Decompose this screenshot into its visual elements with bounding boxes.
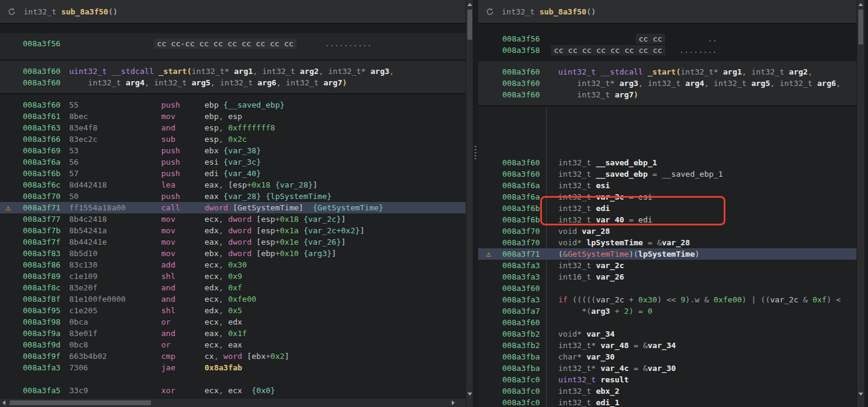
refresh-icon[interactable] (485, 7, 494, 16)
code-token: ecx (205, 295, 218, 304)
code-token: () (108, 7, 118, 16)
hlil-row[interactable]: 008a3fc0int32_t edi_1 (478, 397, 857, 407)
code-token: result (600, 375, 629, 384)
hlil-row[interactable]: 008a3fb2int32_t* var_48 = &var_34 (478, 340, 857, 351)
hlil-row[interactable]: 008a3fa3if (((((var_2c + 0x30) << 9).w &… (478, 294, 857, 305)
scroll-up-arrow-icon[interactable] (467, 3, 472, 6)
hlil-row[interactable]: 008a3fc0uint32_t result (478, 374, 857, 385)
code-token: var_48 (600, 341, 629, 350)
disasm-row[interactable]: 008a3f9d0bc8orecx, eax (0, 339, 466, 350)
instruction-bytes: 8d442418 (69, 179, 161, 191)
right-vscroll-thumb[interactable] (858, 10, 863, 44)
code-token: 0x8a3fab (205, 363, 242, 372)
hlil-row[interactable]: 008a3f6bint32_t var_40 = edi (478, 214, 857, 225)
disasm-row[interactable]: 008a3f6b57pushedi {var_40} (0, 168, 466, 179)
disasm-row[interactable]: 008a3f980bcaorecx, edx (0, 316, 466, 328)
signature-row[interactable]: 008a3f60 int32_t arg4, int32_t arg5, int… (0, 77, 466, 88)
right-padding-bytes-rows[interactable]: 008a3f56 cc cc ..008a3f58 cc cc cc cc cc… (478, 33, 857, 56)
code-token: *( (558, 307, 591, 316)
decompiler-pane: int32_t sub_8a3f50() 008a3f56 cc cc ..00… (478, 0, 857, 407)
hlil-row[interactable]: 008a3f60 (478, 317, 857, 328)
hlil-row[interactable]: 008a3fa7 *(arg3 + 2) = 0 (478, 305, 857, 317)
code-token: & (798, 295, 812, 304)
disasm-row[interactable]: 008a3f6a56pushesi {var_3c} (0, 156, 466, 168)
hlil-row[interactable]: 008a3f60 (478, 283, 857, 294)
disasm-row[interactable]: 008a3f6683ec2csubesp, 0x2c (0, 133, 466, 145)
disasm-row[interactable]: 008a3f8f81e100fe0000andecx, 0xfe00 (0, 293, 466, 305)
hlil-row[interactable]: 008a3f6bint32_t edi (478, 203, 857, 214)
disasm-row[interactable]: 008a3f6c8d442418leaeax, [esp+0x18 {var_2… (0, 179, 466, 191)
hlil-row[interactable]: 008a3fbaint32_t* var_4c = &var_30 (478, 363, 857, 374)
address: 008a3f9f (23, 350, 69, 362)
disasm-row[interactable]: 008a3f6953pushebx {var_38} (0, 145, 466, 156)
signature-row[interactable]: 008a3f60uint32_t __stdcall _start(int32_… (478, 66, 857, 78)
code-token: 0x18 (251, 180, 270, 189)
code-token: esi (205, 158, 218, 167)
code-token: , (211, 78, 220, 87)
bytes-row[interactable]: 008a3f56 cc cc-cc cc cc cc cc cc cc cc .… (0, 38, 466, 49)
code-token: cx (205, 352, 214, 361)
disasm-row[interactable]: 008a3f8c83e20fandedx, 0xf (0, 282, 466, 293)
disasm-row[interactable]: 008a3f8683c130addecx, 0x30 (0, 259, 466, 271)
disasm-row[interactable]: 008a3f6383e4f8andesp, 0xfffffff8 (0, 122, 466, 133)
disasm-row[interactable]: 008a3fa533c9xorecx, ecx {0x0} (0, 385, 466, 396)
hlil-row[interactable]: 008a3f70void var_28 (478, 225, 857, 237)
left-vscroll-thumb[interactable] (467, 10, 472, 40)
disasm-row[interactable]: 008a3f9a83e01fandeax, 0x1f (0, 328, 466, 339)
hlil-row[interactable]: 008a3fb2void* var_34 (478, 328, 857, 340)
hlil-row[interactable]: 008a3f6aint32_t esi (478, 180, 857, 191)
disasm-row[interactable]: 008a3f95c1e205shledx, 0x5 (0, 305, 466, 316)
scroll-left-arrow-icon[interactable] (2, 400, 5, 405)
disasm-row[interactable]: 008a3f7050pusheax {var_28} {lpSystemTime… (0, 191, 466, 202)
disasm-row[interactable]: 008a3f6055pushebp {__saved_ebp} (0, 99, 466, 111)
disasm-row[interactable]: 008a3f9f663b4b02cmpcx, word [ebx+0x2] (0, 350, 466, 362)
left-padding-bytes-row[interactable]: 008a3f56 cc cc-cc cc cc cc cc cc cc cc .… (0, 33, 466, 61)
disasm-row[interactable]: 008a3f89c1e109shlecx, 0x9 (0, 271, 466, 282)
mnemonic: and (161, 293, 205, 305)
scroll-down-arrow-icon[interactable] (858, 393, 863, 396)
bytes-row[interactable]: 008a3f56 cc cc .. (478, 33, 857, 44)
disasm-row[interactable]: 008a3f778b4c2418movecx, dword [esp+0x18 … (0, 213, 466, 225)
code-token: ebx (251, 352, 265, 361)
right-signature-block[interactable]: 008a3f60uint32_t __stdcall _start(int32_… (478, 61, 857, 106)
disasm-row[interactable]: 008a3f838b5d10movebx, dword [ebp+0x10 {a… (0, 248, 466, 259)
hlil-row[interactable]: 008a3f60int32_t __saved_ebp = __saved_eb… (478, 168, 857, 180)
hlil-row[interactable]: 008a3f60int32_t __saved_ebp_1 (478, 157, 857, 168)
code-token: esp (261, 215, 275, 224)
hlil-row[interactable]: ⚠008a3f71(&GetSystemTime)(lpSystemTime) (478, 248, 857, 260)
pane-splitter[interactable] (473, 0, 478, 407)
left-horizontal-scrollbar[interactable] (0, 398, 466, 407)
code-token: , (218, 215, 228, 224)
signature-row[interactable]: 008a3f60 int32_t* arg3, int32_t arg4, in… (478, 78, 857, 89)
disasm-row[interactable]: ⚠008a3f71ff1554a18a00calldword [GetSyste… (0, 202, 466, 213)
disasm-row[interactable]: 008a3f618becmovebp, esp (0, 111, 466, 122)
signature-row[interactable]: 008a3f60uint32_t __stdcall _start(int32_… (0, 66, 466, 77)
code-token: 0xfffffff8 (228, 123, 275, 132)
address: 008a3f71 (23, 202, 69, 213)
right-vertical-scrollbar[interactable] (857, 0, 864, 407)
hlil-row[interactable]: 008a3f70void* lpSystemTime = &var_28 (478, 237, 857, 248)
code-token: arg5 (192, 78, 211, 87)
hlil-row[interactable]: 008a3fa3int16_t var_26 (478, 271, 857, 283)
instruction-bytes: 83e4f8 (69, 122, 161, 133)
left-hscroll-thumb[interactable] (10, 400, 151, 405)
splitter-grip-icon[interactable] (475, 146, 476, 159)
disasm-row[interactable]: 008a3f7f8b44241emoveax, dword [esp+0x1e … (0, 236, 466, 248)
disasm-row[interactable] (0, 373, 466, 385)
scroll-down-arrow-icon[interactable] (467, 393, 472, 396)
left-signature-block[interactable]: 008a3f60uint32_t __stdcall _start(int32_… (0, 61, 466, 94)
refresh-icon[interactable] (7, 7, 16, 16)
bytes-row[interactable]: 008a3f58 cc cc cc cc cc cc cc cc .......… (478, 44, 857, 56)
scroll-right-arrow-icon[interactable] (452, 400, 455, 405)
code-token: = (643, 238, 657, 247)
disasm-row[interactable]: 008a3f7b8b54241amovedx, dword [esp+0x1a … (0, 225, 466, 236)
scroll-up-arrow-icon[interactable] (858, 3, 863, 6)
hlil-row[interactable]: 008a3f6aint32_t var_3c = esi (478, 191, 857, 203)
hlil-row[interactable]: 008a3fc0int32_t ebx_2 (478, 385, 857, 397)
hlil-row[interactable]: 008a3fa3int32_t var_2c (478, 260, 857, 271)
code-token: edx (228, 317, 242, 326)
signature-row[interactable]: 008a3f60 int32_t arg7) (478, 89, 857, 100)
disasm-row[interactable]: 008a3fa37306jae0x8a3fab (0, 362, 466, 373)
code-token: int32_t (558, 90, 615, 99)
hlil-row[interactable]: 008a3fbachar* var_30 (478, 351, 857, 363)
